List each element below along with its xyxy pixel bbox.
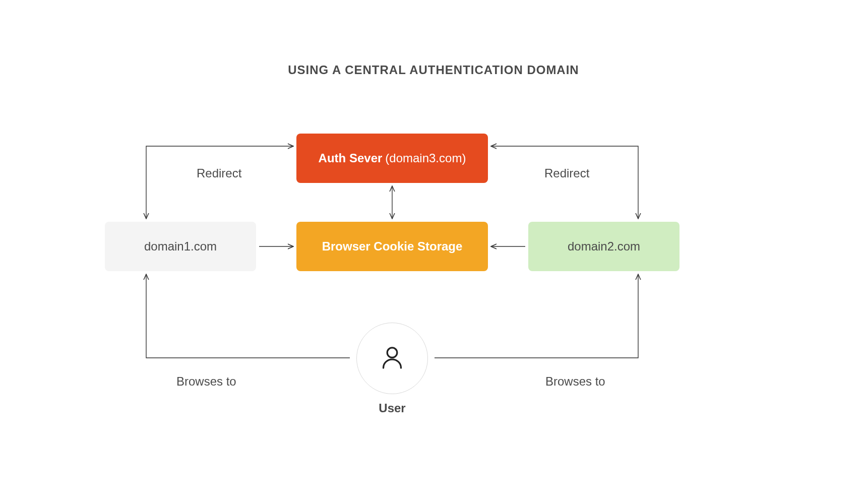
cookie-storage-node: Browser Cookie Storage — [296, 222, 488, 271]
auth-server-label-rest: (domain3.com) — [385, 151, 466, 165]
user-circle — [356, 323, 428, 394]
svg-point-0 — [387, 348, 397, 358]
redirect-left-label: Redirect — [197, 166, 241, 180]
diagram-title: USING A CENTRAL AUTHENTICATION DOMAIN — [0, 63, 867, 77]
redirect-right-label: Redirect — [544, 166, 589, 180]
domain2-node: domain2.com — [528, 222, 679, 271]
browses-right-label: Browses to — [545, 374, 605, 389]
browses-left-label: Browses to — [176, 374, 236, 389]
cookie-storage-label: Browser Cookie Storage — [322, 239, 463, 254]
domain2-label: domain2.com — [568, 239, 640, 254]
user-label: User — [353, 401, 431, 415]
auth-server-label-strong: Auth Sever — [319, 151, 383, 165]
auth-server-node: Auth Sever (domain3.com) — [296, 134, 488, 183]
domain1-node: domain1.com — [105, 222, 256, 271]
user-node: User — [353, 323, 431, 415]
user-icon — [378, 343, 406, 373]
diagram-stage: USING A CENTRAL AUTHENTICATION DOMAIN Au… — [0, 0, 867, 504]
domain1-label: domain1.com — [144, 239, 217, 254]
